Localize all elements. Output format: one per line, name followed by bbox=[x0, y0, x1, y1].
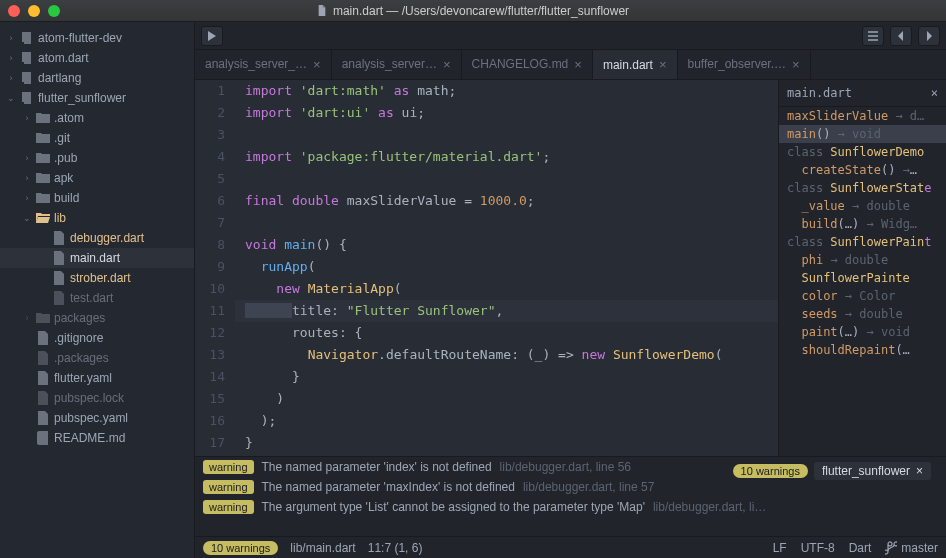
chevron-icon: › bbox=[22, 113, 32, 123]
close-icon[interactable]: × bbox=[443, 57, 451, 72]
tree-item[interactable]: ⌄flutter_sunflower bbox=[0, 88, 194, 108]
tree-item[interactable]: ›apk bbox=[0, 168, 194, 188]
warning-tag: warning bbox=[203, 480, 254, 494]
status-branch[interactable]: master bbox=[885, 541, 938, 555]
tree-item[interactable]: main.dart bbox=[0, 248, 194, 268]
code-editor[interactable]: 1234567891011121314151617 import 'dart:m… bbox=[195, 80, 778, 456]
tree-item[interactable]: debugger.dart bbox=[0, 228, 194, 248]
tree-item[interactable]: flutter.yaml bbox=[0, 368, 194, 388]
status-branch-label: master bbox=[901, 541, 938, 555]
diagnostic-location: lib/debugger.dart, line 57 bbox=[523, 480, 654, 494]
tab[interactable]: analysis_server_…× bbox=[195, 50, 332, 79]
tree-item[interactable]: ›.pub bbox=[0, 148, 194, 168]
tree-item[interactable]: .packages bbox=[0, 348, 194, 368]
close-icon[interactable]: × bbox=[313, 57, 321, 72]
status-warnings-badge[interactable]: 10 warnings bbox=[203, 541, 278, 555]
tree-item[interactable]: pubspec.lock bbox=[0, 388, 194, 408]
status-encoding[interactable]: UTF-8 bbox=[801, 541, 835, 555]
list-view-button[interactable] bbox=[862, 26, 884, 46]
tab-label: buffer_observer.… bbox=[688, 57, 787, 71]
outline-item[interactable]: paint(…) → void bbox=[779, 323, 946, 341]
tree-item-label: main.dart bbox=[70, 251, 120, 265]
tab[interactable]: analysis_server…× bbox=[332, 50, 462, 79]
outline-item[interactable]: createState() →… bbox=[779, 161, 946, 179]
chevron-icon: › bbox=[22, 193, 32, 203]
outline-item[interactable]: maxSliderValue → d… bbox=[779, 107, 946, 125]
tree-item[interactable]: README.md bbox=[0, 428, 194, 448]
diagnostic-message: The named parameter 'maxIndex' is not de… bbox=[262, 480, 515, 494]
run-button[interactable] bbox=[201, 26, 223, 46]
status-language[interactable]: Dart bbox=[849, 541, 872, 555]
tab[interactable]: CHANGELOG.md× bbox=[462, 50, 593, 79]
tree-item-label: .gitignore bbox=[54, 331, 103, 345]
file-icon bbox=[36, 331, 50, 345]
tree-item-label: pubspec.lock bbox=[54, 391, 124, 405]
close-icon[interactable]: × bbox=[792, 57, 800, 72]
outline-item[interactable]: main() → void bbox=[779, 125, 946, 143]
outline-item[interactable]: seeds → double bbox=[779, 305, 946, 323]
tree-item-label: .atom bbox=[54, 111, 84, 125]
code-line bbox=[235, 212, 778, 234]
tree-item[interactable]: test.dart bbox=[0, 288, 194, 308]
outline-item[interactable]: color → Color bbox=[779, 287, 946, 305]
code-line: routes: { bbox=[235, 322, 778, 344]
outline-item[interactable]: phi → double bbox=[779, 251, 946, 269]
tree-item-label: atom-flutter-dev bbox=[38, 31, 122, 45]
tree-item[interactable]: ⌄lib bbox=[0, 208, 194, 228]
maximize-window-button[interactable] bbox=[48, 5, 60, 17]
status-cursor: 11:7 (1, 6) bbox=[368, 541, 423, 555]
diagnostic-row[interactable]: warningThe argument type 'List' cannot b… bbox=[195, 497, 946, 517]
file-icon bbox=[52, 291, 66, 305]
tree-item[interactable]: ›dartlang bbox=[0, 68, 194, 88]
diagnostic-location: lib/debugger.dart, line 56 bbox=[500, 460, 631, 474]
tree-item[interactable]: .git bbox=[0, 128, 194, 148]
chevron-icon: ⌄ bbox=[22, 213, 32, 223]
diagnostic-row[interactable]: warningThe named parameter 'maxIndex' is… bbox=[195, 477, 946, 497]
warnings-badge[interactable]: 10 warnings bbox=[733, 464, 808, 478]
outline-body[interactable]: maxSliderValue → d…main() → voidclass Su… bbox=[779, 107, 946, 359]
close-window-button[interactable] bbox=[8, 5, 20, 17]
close-icon[interactable]: × bbox=[931, 86, 938, 100]
outline-item[interactable]: _value → double bbox=[779, 197, 946, 215]
tree-item[interactable]: ›packages bbox=[0, 308, 194, 328]
tree-item[interactable]: pubspec.yaml bbox=[0, 408, 194, 428]
titlebar: main.dart — /Users/devoncarew/flutter/fl… bbox=[0, 0, 946, 22]
file-tree[interactable]: ›atom-flutter-dev›atom.dart›dartlang⌄flu… bbox=[0, 22, 195, 558]
tree-item[interactable]: ›atom-flutter-dev bbox=[0, 28, 194, 48]
tree-item[interactable]: .gitignore bbox=[0, 328, 194, 348]
outline-item[interactable]: SunflowerPainte bbox=[779, 269, 946, 287]
tree-item[interactable]: ›.atom bbox=[0, 108, 194, 128]
tree-item[interactable]: strober.dart bbox=[0, 268, 194, 288]
diagnostic-location: lib/debugger.dart, li… bbox=[653, 500, 766, 514]
editor-toolbar bbox=[195, 22, 946, 50]
nav-forward-button[interactable] bbox=[918, 26, 940, 46]
code-line: } bbox=[235, 366, 778, 388]
outline-item[interactable]: shouldRepaint(… bbox=[779, 341, 946, 359]
close-icon[interactable]: × bbox=[916, 464, 923, 478]
window-title: main.dart — /Users/devoncarew/flutter/fl… bbox=[317, 4, 629, 18]
tree-item-label: dartlang bbox=[38, 71, 81, 85]
chevron-icon: › bbox=[6, 73, 16, 83]
tree-item[interactable]: ›atom.dart bbox=[0, 48, 194, 68]
close-icon[interactable]: × bbox=[659, 57, 667, 72]
chevron-icon: ⌄ bbox=[6, 93, 16, 103]
outline-header: main.dart × bbox=[779, 80, 946, 107]
outline-item[interactable]: class SunflowerDemo bbox=[779, 143, 946, 161]
outline-item[interactable]: class SunflowerPaint bbox=[779, 233, 946, 251]
status-eol[interactable]: LF bbox=[773, 541, 787, 555]
close-icon[interactable]: × bbox=[574, 57, 582, 72]
outline-item[interactable]: class SunflowerState bbox=[779, 179, 946, 197]
nav-back-button[interactable] bbox=[890, 26, 912, 46]
tree-item-label: .git bbox=[54, 131, 70, 145]
code-content[interactable]: import 'dart:math' as math;import 'dart:… bbox=[235, 80, 778, 456]
tree-item[interactable]: ›build bbox=[0, 188, 194, 208]
status-file[interactable]: lib/main.dart bbox=[290, 541, 355, 555]
diagnostic-message: The named parameter 'index' is not defin… bbox=[262, 460, 492, 474]
outline-item[interactable]: build(…) → Widg… bbox=[779, 215, 946, 233]
minimize-window-button[interactable] bbox=[28, 5, 40, 17]
panel-tab-project[interactable]: flutter_sunflower × bbox=[814, 462, 931, 480]
tab[interactable]: main.dart× bbox=[593, 50, 678, 79]
panel-tabs: 10 warnings flutter_sunflower × bbox=[733, 462, 931, 480]
tab[interactable]: buffer_observer.…× bbox=[678, 50, 811, 79]
tree-item-label: .packages bbox=[54, 351, 109, 365]
